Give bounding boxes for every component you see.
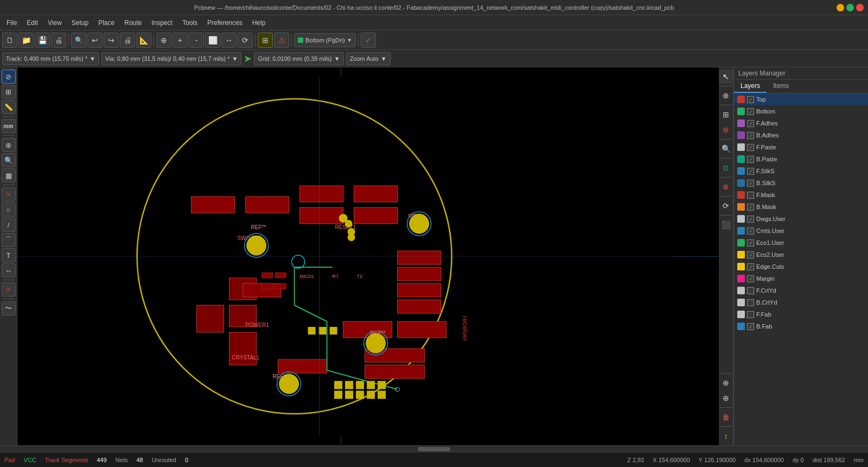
tab-layers[interactable]: Layers (734, 80, 767, 93)
h-scrollbar[interactable] (0, 445, 868, 452)
layer-row-f-adhes[interactable]: F.Adhes (734, 117, 868, 129)
layer-check-eco1-user[interactable] (747, 239, 754, 247)
text-tool[interactable]: T (2, 248, 16, 262)
wave-tool[interactable]: 〜 (2, 301, 16, 315)
layers-tool[interactable]: ▦ (2, 168, 16, 182)
route-tool[interactable]: ✕ (2, 187, 16, 201)
h-scroll-thumb[interactable] (418, 447, 450, 451)
select-tool[interactable]: ⊘ (2, 70, 16, 84)
drc2-btn[interactable]: ✓ (361, 33, 376, 48)
layer-row-eco2-user[interactable]: Eco2.User (734, 249, 868, 261)
via-tool[interactable]: ○ (2, 203, 16, 217)
grid-icon-btn[interactable]: ⊞ (719, 108, 733, 122)
layer-check-cmts-user[interactable] (747, 228, 754, 235)
layer-check-bottom[interactable] (747, 108, 754, 115)
maximize-btn[interactable] (846, 4, 854, 11)
comp-tool[interactable]: ✕ (2, 282, 16, 296)
color-icon-btn[interactable]: ⊕ (719, 89, 733, 103)
measure-tool[interactable]: 📏 (2, 100, 16, 114)
layer-check-f-silks[interactable] (747, 168, 754, 175)
menu-help[interactable]: Help (248, 17, 270, 28)
inspect-tool[interactable]: 🔍 (2, 153, 16, 167)
layer-row-f-mask[interactable]: F.Mask (734, 189, 868, 201)
plot-btn[interactable]: 📐 (136, 33, 151, 48)
via-select[interactable]: Via: 0,80 mm (31,5 mils)/ 0,40 mm (15,7 … (101, 52, 242, 65)
menu-edit[interactable]: Edit (22, 17, 42, 28)
layer-row-b-adhes[interactable]: B.Adhes (734, 129, 868, 141)
zoom-prev-btn[interactable]: ↔ (221, 33, 237, 48)
layer-row-cmts-user[interactable]: Cmts.User (734, 225, 868, 237)
grid-select[interactable]: Grid: 0,0100 mm (0,39 mils) ▼ (254, 52, 343, 65)
select-icon-btn[interactable]: ↖ (719, 70, 733, 84)
dim-tool[interactable]: ↔ (2, 263, 16, 277)
new-btn[interactable]: 🗋 (2, 33, 17, 48)
menu-inspect[interactable]: Inspect (147, 17, 177, 28)
layer-check-b-silks[interactable] (747, 180, 754, 187)
layer-row-bottom[interactable]: Bottom (734, 105, 868, 117)
layer-check-b-mask[interactable] (747, 204, 754, 211)
layer-check-margin[interactable] (747, 275, 754, 282)
layer-row-edge-cuts[interactable]: Edge.Cuts (734, 261, 868, 273)
zoom-fit-btn[interactable]: ⊕ (156, 33, 171, 48)
layer-dropdown[interactable]: Bottom (PgDn) ▼ (294, 33, 356, 47)
refresh-btn[interactable]: ⟳ (238, 33, 253, 48)
undo-btn[interactable]: ↩ (87, 33, 103, 48)
layer-row-b-silks[interactable]: B.SilkS (734, 177, 868, 189)
menu-preferences[interactable]: Preferences (203, 17, 247, 28)
menu-setup[interactable]: Setup (67, 17, 93, 28)
inspect-icon-btn[interactable]: 🔍 (719, 142, 733, 156)
print2-btn[interactable]: 🖨 (120, 33, 135, 48)
zoom-select[interactable]: Zoom Auto ▼ (346, 52, 391, 65)
menu-route[interactable]: Route (120, 17, 146, 28)
zoom-out-btn[interactable]: - (189, 33, 204, 48)
layer-check-f-paste[interactable] (747, 144, 754, 151)
minimize-btn[interactable] (837, 4, 844, 11)
layer-row-f-crtyd[interactable]: F.CrtYd (734, 285, 868, 296)
save-btn[interactable]: 💾 (35, 33, 50, 48)
align-tool[interactable]: ⊕ (2, 138, 16, 152)
layer-row-b-paste[interactable]: B.Paste (734, 153, 868, 165)
grid-tool[interactable]: ⊞ (2, 85, 16, 99)
layer-row-top[interactable]: Top (734, 93, 868, 105)
move-icon-btn[interactable]: ⊕ (719, 376, 733, 390)
origin-icon-btn[interactable]: ⊕ (719, 391, 733, 405)
menu-place[interactable]: Place (94, 17, 119, 28)
layer-row-f-silks[interactable]: F.SilkS (734, 165, 868, 177)
draw-tool[interactable]: / (2, 218, 16, 232)
pcb-view[interactable]: SWITCH1 RESET1 MIC01 R7 T2 POWER1 CRYSTA… (17, 77, 673, 436)
mm-tool[interactable]: mm (2, 119, 16, 133)
pcb-canvas-area[interactable]: SWITCH1 RESET1 MIC01 R7 T2 POWER1 CRYSTA… (17, 67, 719, 445)
layer-check-f-crtyd[interactable] (747, 287, 754, 294)
layer-row-eco1-user[interactable]: Eco1.User (734, 237, 868, 249)
zoom-in2-btn[interactable]: + (173, 33, 188, 48)
layer-check-edge-cuts[interactable] (747, 263, 754, 270)
route-icon-btn[interactable]: ⊗ (719, 180, 733, 194)
menu-view[interactable]: View (43, 17, 66, 28)
flip-icon-btn[interactable]: ↕ (719, 429, 733, 443)
layer-row-margin[interactable]: Margin (734, 273, 868, 285)
layer-check-b-fab[interactable] (747, 323, 754, 330)
close-btn[interactable] (856, 4, 864, 11)
layer-check-f-fab[interactable] (747, 311, 754, 318)
layer-check-f-adhes[interactable] (747, 120, 754, 127)
layer-check-f-mask[interactable] (747, 192, 754, 199)
layer-row-dwgs-user[interactable]: Dwgs.User (734, 213, 868, 225)
track-select[interactable]: Track: 0,400 mm (15,75 mils) * ▼ (2, 52, 99, 65)
print-btn[interactable]: 🖨 (51, 33, 66, 48)
arc-tool[interactable]: ⌒ (2, 233, 16, 247)
drc-icon-btn[interactable]: ⟳ (719, 199, 733, 213)
layer-row-f-paste[interactable]: F.Paste (734, 141, 868, 153)
zoom-in-btn[interactable]: 🔍 (71, 33, 86, 48)
drc-btn[interactable]: ⚠ (274, 33, 289, 48)
layer-check-b-crtyd[interactable] (747, 299, 754, 306)
layer-row-f-fab[interactable]: F.Fab (734, 308, 868, 320)
open-btn[interactable]: 📁 (18, 33, 34, 48)
layer-check-top[interactable] (747, 96, 754, 103)
net-icon-btn[interactable]: ⊛ (719, 123, 733, 137)
layer-row-b-crtyd[interactable]: B.CrtYd (734, 296, 868, 308)
tab-items[interactable]: Items (767, 80, 795, 93)
layer-check-b-adhes[interactable] (747, 132, 754, 139)
menu-tools[interactable]: Tools (178, 17, 202, 28)
net-btn[interactable]: ⊞ (258, 33, 273, 48)
layer-check-dwgs-user[interactable] (747, 216, 754, 223)
